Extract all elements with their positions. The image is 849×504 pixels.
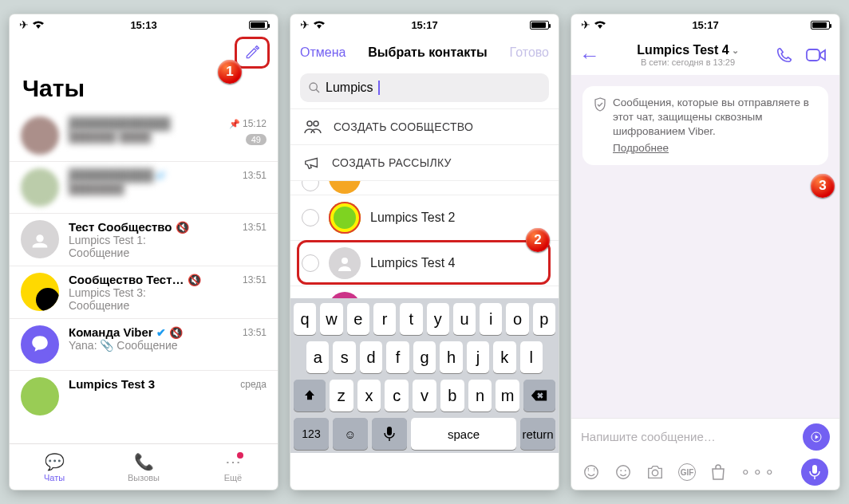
chat-preview: Yana: 📎 Сообщение	[69, 339, 267, 352]
send-button[interactable]	[803, 423, 830, 451]
chat-preview2: Сообщение	[69, 299, 267, 312]
backspace-key[interactable]	[523, 380, 555, 411]
chat-subtitle: В сети: сегодня в 13:29	[605, 57, 771, 67]
space-key[interactable]: space	[411, 418, 516, 450]
key-k[interactable]: k	[493, 341, 515, 373]
key-v[interactable]: v	[413, 380, 436, 411]
tab-more[interactable]: ⋯Ещё	[188, 444, 278, 490]
radio-unchecked[interactable]	[302, 209, 319, 226]
mic-key[interactable]	[372, 418, 407, 450]
key-n[interactable]: n	[468, 380, 492, 411]
radio-unchecked[interactable]	[302, 254, 319, 272]
verified-icon: ✔	[156, 169, 166, 182]
chevron-down-icon: ⌄	[732, 45, 739, 56]
key-r[interactable]: r	[373, 303, 396, 335]
numbers-key[interactable]: 123	[294, 418, 329, 450]
key-a[interactable]: a	[306, 341, 329, 373]
contact-row[interactable]	[290, 285, 559, 298]
key-q[interactable]: q	[294, 303, 316, 335]
key-row: asdfghjkl	[294, 341, 555, 373]
svg-point-11	[625, 470, 626, 471]
shift-key[interactable]	[294, 380, 326, 411]
key-d[interactable]: d	[360, 341, 382, 373]
video-call-button[interactable]	[806, 47, 831, 63]
svg-point-2	[307, 121, 312, 126]
key-t[interactable]: t	[400, 303, 422, 335]
svg-point-10	[620, 470, 622, 471]
search-value: Lumpics	[326, 81, 373, 95]
avatar	[21, 325, 59, 364]
compose-icon	[244, 45, 260, 61]
chat-row[interactable]: Сообщество Тест… 🔇 Lumpics Test 3: Сообщ…	[10, 266, 278, 318]
message-composer[interactable]: Напишите сообщение…	[571, 418, 839, 455]
contact-row[interactable]: Lumpics Test 2	[290, 195, 559, 240]
shop-icon[interactable]	[710, 463, 726, 481]
key-f[interactable]: f	[386, 341, 409, 373]
audio-call-button[interactable]	[776, 46, 801, 64]
contact-row[interactable]	[290, 180, 559, 195]
key-i[interactable]: i	[480, 303, 502, 335]
cancel-button[interactable]: Отмена	[300, 45, 346, 60]
create-broadcast-button[interactable]: СОЗДАТЬ РАССЫЛКУ	[290, 144, 559, 180]
avatar	[21, 116, 59, 155]
key-e[interactable]: e	[347, 303, 369, 335]
key-z[interactable]: z	[330, 380, 353, 411]
camera-icon[interactable]	[646, 464, 664, 480]
search-field[interactable]: Lumpics	[300, 73, 549, 102]
contact-name: Lumpics Test 2	[370, 211, 455, 225]
chat-row[interactable]: Тест Сообщество 🔇 Lumpics Test 1: Сообще…	[10, 213, 278, 266]
key-u[interactable]: u	[453, 303, 476, 335]
more-icon[interactable]: ∘∘∘	[740, 463, 776, 482]
key-p[interactable]: p	[533, 303, 555, 335]
return-key[interactable]: return	[520, 418, 555, 450]
chat-body[interactable]: Сообщения, которые вы отправляете в этот…	[571, 75, 839, 418]
chat-title[interactable]: Lumpics Test 4⌄	[637, 43, 738, 57]
contact-list: Lumpics Test 2 Lumpics Test 4 2	[290, 180, 559, 298]
compose-button[interactable]: 1	[235, 37, 270, 69]
chat-row[interactable]: Команда Viber ✔ 🔇 Yana: 📎 Сообщение 13:5…	[10, 318, 278, 370]
create-community-button[interactable]: СОЗДАТЬ СООБЩЕСТВО	[290, 108, 559, 144]
key-s[interactable]: s	[333, 341, 355, 373]
key-y[interactable]: y	[427, 303, 449, 335]
contact-row[interactable]: Lumpics Test 4	[290, 240, 559, 285]
key-x[interactable]: x	[357, 380, 381, 411]
done-button[interactable]: Готово	[510, 45, 549, 60]
chat-row[interactable]: ████████████ ██████ ████ 📌 15:12 49	[10, 110, 278, 161]
chat-preview2: Сообщение	[69, 246, 267, 259]
chat-time: 13:51	[243, 170, 267, 181]
emoji-key[interactable]: ☺	[333, 418, 368, 450]
status-time: 15:17	[290, 19, 559, 31]
key-j[interactable]: j	[467, 341, 489, 373]
svg-point-4	[342, 258, 348, 264]
chat-name: Сообщество Тест… 🔇	[69, 273, 267, 286]
chat-list[interactable]: ████████████ ██████ ████ 📌 15:12 49 ████…	[10, 110, 278, 443]
key-g[interactable]: g	[413, 341, 436, 373]
sticker-icon[interactable]	[582, 463, 600, 481]
battery-icon	[811, 21, 830, 30]
key-c[interactable]: c	[385, 380, 409, 411]
chat-preview: ███████	[69, 182, 267, 195]
tab-chats[interactable]: 💬Чаты	[10, 444, 99, 490]
tab-calls[interactable]: 📞Вызовы	[99, 444, 188, 490]
emoji-icon[interactable]	[614, 463, 632, 481]
gif-icon[interactable]: GIF	[678, 463, 696, 481]
voice-message-button[interactable]	[801, 459, 828, 486]
avatar	[21, 273, 59, 311]
key-w[interactable]: w	[320, 303, 342, 335]
chat-row[interactable]: Lumpics Test 3 среда	[10, 370, 278, 392]
svg-point-0	[310, 83, 317, 90]
keyboard[interactable]: qwertyuiop asdfghjkl zxcvbnm 123 ☺ space…	[290, 298, 559, 453]
chat-time: 13:51	[243, 222, 267, 233]
key-l[interactable]: l	[520, 341, 543, 373]
chat-row[interactable]: ██████████✔ ███████ 13:51	[10, 161, 278, 213]
key-h[interactable]: h	[440, 341, 462, 373]
status-time: 15:13	[10, 19, 278, 31]
svg-rect-13	[812, 465, 817, 474]
key-m[interactable]: m	[496, 380, 519, 411]
back-button[interactable]: ←	[579, 43, 600, 68]
chat-icon: 💬	[45, 452, 65, 471]
learn-more-link[interactable]: Подробнее	[613, 141, 817, 156]
key-b[interactable]: b	[440, 380, 464, 411]
key-o[interactable]: o	[506, 303, 528, 335]
svg-point-9	[617, 466, 630, 479]
